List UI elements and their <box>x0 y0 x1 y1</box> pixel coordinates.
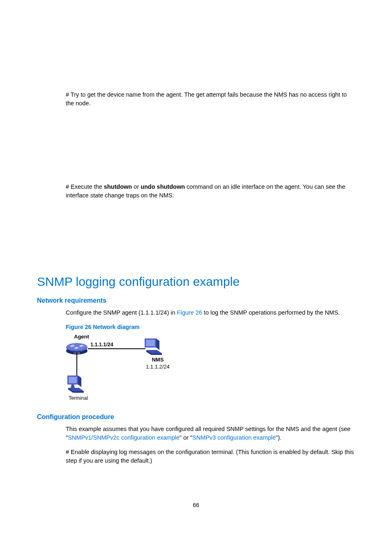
cp-suffix: "). <box>276 434 281 441</box>
svg-marker-18 <box>78 375 81 387</box>
terminal-label: Terminal <box>69 395 88 401</box>
paragraph-config-proc-1: This example assumes that you have confi… <box>66 425 355 442</box>
nr-suffix: to log the SNMP operations performed by … <box>202 309 340 316</box>
nms-ip-label: 1.1.1.2/24 <box>146 364 170 371</box>
subhead-network-requirements: Network requirements <box>37 297 355 304</box>
subhead-configuration-procedure: Configuration procedure <box>37 413 355 421</box>
paragraph-get-attempt: # Try to get the device name from the ag… <box>66 90 355 108</box>
figure-caption: Figure 26 Network diagram <box>66 324 355 330</box>
router-icon: ROUTER <box>66 341 88 355</box>
page-number: 66 <box>0 502 392 508</box>
network-diagram: Agent ROUTER 1.1.1.1/24 NMS 1.1.1 <box>66 334 181 403</box>
connection-agent-nms <box>88 348 145 349</box>
nms-label-group: NMS 1.1.1.2/24 <box>146 357 170 371</box>
svg-marker-13 <box>146 340 155 346</box>
paragraph-shutdown-command: # Execute the shutdown or undo shutdown … <box>66 183 355 200</box>
link-snmpv3-example[interactable]: SNMPv3 configuration example <box>192 434 276 441</box>
agent-ip-label: 1.1.1.1/24 <box>90 342 113 348</box>
heading-snmp-logging: SNMP logging configuration example <box>37 275 355 289</box>
terminal-computer-icon <box>66 374 87 395</box>
bold-shutdown: shutdown <box>104 183 132 190</box>
text-mid: or <box>132 183 141 190</box>
svg-marker-12 <box>156 338 159 350</box>
nr-prefix: Configure the SNMP agent (1.1.1.1/24) in <box>66 309 177 316</box>
agent-label: Agent <box>74 334 89 340</box>
cp-mid: " or " <box>180 434 192 441</box>
svg-marker-16 <box>73 391 84 393</box>
svg-marker-19 <box>69 377 77 383</box>
link-snmpv1v2c-example[interactable]: SNMPv1/SNMPv2c configuration example <box>68 434 180 441</box>
svg-marker-20 <box>71 385 75 388</box>
link-figure-26[interactable]: Figure 26 <box>177 309 202 316</box>
bold-undo-shutdown: undo shutdown <box>141 183 185 190</box>
text-prefix: # Execute the <box>66 183 104 190</box>
paragraph-config-proc-2: # Enable displaying log messages on the … <box>66 448 355 465</box>
nms-label: NMS <box>146 357 170 364</box>
svg-marker-10 <box>151 353 162 355</box>
svg-point-2 <box>67 343 87 350</box>
paragraph-network-req: Configure the SNMP agent (1.1.1.1/24) in… <box>66 308 355 317</box>
nms-computer-icon <box>144 338 165 357</box>
